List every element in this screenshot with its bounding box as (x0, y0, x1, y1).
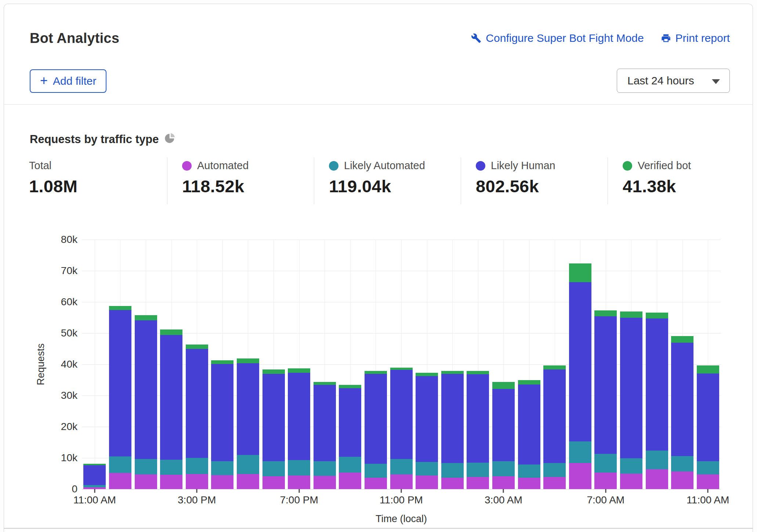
stat-likely-human-label: Likely Human (491, 160, 555, 172)
stacked-bar-1200pm[interactable] (109, 306, 131, 489)
chevron-down-icon (712, 79, 720, 84)
wrench-icon (471, 33, 481, 43)
segment-likely-automated (211, 461, 233, 475)
segment-verified-bot (390, 368, 413, 370)
segment-likely-automated (135, 459, 157, 475)
stacked-bar-200pm[interactable] (160, 329, 182, 489)
time-range-select[interactable]: Last 24 hours (617, 69, 730, 93)
automated-dot (182, 161, 192, 171)
stacked-bar-500pm[interactable] (237, 358, 259, 489)
segment-likely-automated (671, 456, 693, 471)
segment-likely-human (594, 316, 617, 454)
stacked-bar-800am[interactable] (620, 311, 642, 489)
bottom-divider (4, 528, 753, 529)
stacked-bar-1100pm[interactable] (390, 368, 413, 489)
header-divider (4, 104, 753, 105)
stacked-bar-600am[interactable] (569, 263, 591, 489)
stat-automated-value: 118.52k (182, 176, 311, 196)
x-tick-label: 3:00 PM (178, 494, 216, 506)
stat-automated-label: Automated (197, 160, 249, 172)
segment-likely-human (83, 465, 106, 485)
stacked-bar-500am[interactable] (543, 365, 566, 489)
x-tick-mark (707, 489, 709, 493)
stacked-bar-700am[interactable] (594, 310, 617, 489)
segment-likely-human (697, 374, 719, 462)
segment-likely-automated (416, 462, 438, 475)
segment-likely-automated (467, 463, 489, 477)
x-tick-label: 11:00 PM (380, 494, 423, 506)
stacked-bar-200am[interactable] (467, 371, 489, 489)
segment-automated (697, 474, 719, 489)
stat-verified-bot[interactable]: Verified bot 41.38k (623, 160, 751, 196)
stacked-bar-100am[interactable] (441, 371, 464, 489)
stacked-bar-1100am[interactable] (83, 464, 106, 489)
segment-likely-human (288, 373, 310, 460)
stacked-bar-300am[interactable] (492, 382, 515, 489)
segment-automated (288, 475, 310, 489)
y-tick-label: 20k (26, 421, 77, 433)
time-range-value: Last 24 hours (627, 74, 694, 87)
y-tick-label: 40k (26, 358, 77, 370)
segment-likely-automated (160, 460, 182, 475)
segment-verified-bot (646, 313, 668, 318)
stacked-bar-900pm[interactable] (339, 385, 361, 489)
add-filter-button[interactable]: + Add filter (30, 69, 106, 93)
segment-automated (160, 475, 182, 489)
verified-bot-dot (623, 161, 632, 171)
configure-super-bot-fight-mode-link[interactable]: Configure Super Bot Fight Mode (471, 32, 644, 44)
segment-likely-automated (569, 441, 591, 463)
segment-automated (518, 478, 540, 489)
stacked-bar-700pm[interactable] (288, 368, 310, 489)
segment-likely-human (492, 389, 515, 461)
stat-verified-bot-label: Verified bot (638, 160, 691, 172)
x-tick-mark (605, 489, 606, 493)
stat-likely-human[interactable]: Likely Human 802.56k (476, 160, 604, 196)
segment-likely-human (620, 318, 642, 458)
segment-automated (671, 471, 693, 489)
x-tick-mark (94, 489, 95, 493)
stacked-bar-400am[interactable] (518, 380, 540, 489)
segment-verified-bot (569, 263, 591, 282)
segment-likely-human (467, 374, 489, 463)
segment-verified-bot (365, 371, 387, 374)
segment-verified-bot (594, 310, 617, 316)
segment-likely-human (569, 282, 591, 441)
stacked-bar-300pm[interactable] (186, 345, 208, 489)
add-filter-label: Add filter (53, 75, 96, 87)
stat-automated[interactable]: Automated 118.52k (182, 160, 311, 196)
stacked-bar-1200am[interactable] (416, 373, 438, 489)
stacked-bar-800pm[interactable] (314, 382, 336, 489)
stat-likely-human-value: 802.56k (476, 176, 604, 196)
segment-automated (416, 475, 438, 489)
stacked-bar-400pm[interactable] (211, 360, 233, 489)
segment-likely-human (441, 374, 464, 463)
segment-likely-human (160, 335, 182, 460)
stacked-bar-600pm[interactable] (262, 369, 285, 489)
stacked-bar-100pm[interactable] (135, 315, 157, 489)
stat-likely-automated[interactable]: Likely Automated 119.04k (329, 160, 457, 196)
stacked-bar-1100am[interactable] (697, 365, 719, 489)
stacked-bar-1000pm[interactable] (365, 371, 387, 489)
segment-verified-bot (109, 306, 131, 310)
segment-likely-human (314, 385, 336, 461)
segment-automated (390, 474, 413, 489)
print-report-link[interactable]: Print report (661, 32, 730, 44)
segment-automated (186, 474, 208, 489)
stacked-bar-900am[interactable] (646, 313, 668, 489)
segment-likely-human (518, 385, 540, 464)
segment-likely-automated (314, 461, 336, 476)
segment-automated (339, 473, 361, 489)
segment-likely-human (135, 320, 157, 459)
x-tick-label: 11:00 AM (73, 494, 116, 506)
print-link-label: Print report (675, 32, 730, 44)
y-tick-label: 10k (26, 452, 77, 464)
stacked-bar-1000am[interactable] (671, 336, 693, 489)
stat-separator (461, 157, 461, 204)
segment-verified-bot (314, 382, 336, 385)
segment-likely-human (365, 374, 387, 464)
segment-automated (211, 475, 233, 489)
segment-verified-bot (671, 336, 693, 343)
segment-likely-human (390, 370, 413, 459)
segment-likely-automated (646, 451, 668, 469)
page-title: Bot Analytics (30, 30, 119, 46)
